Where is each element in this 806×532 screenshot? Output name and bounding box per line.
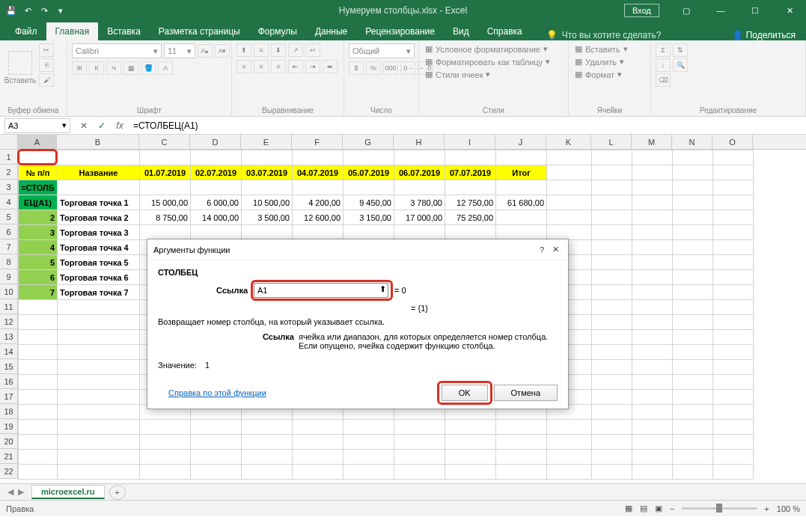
row-header-22[interactable]: 22 [0,464,18,479]
cell[interactable] [58,300,140,315]
align-bottom-icon[interactable]: ⬇ [271,43,286,57]
cell[interactable] [445,465,496,480]
row-header-21[interactable]: 21 [0,449,18,464]
cell[interactable] [496,180,547,195]
cell[interactable]: Торговая точка 4 [58,240,140,255]
minimize-icon[interactable]: — [704,0,737,21]
row-header-13[interactable]: 13 [0,329,18,344]
column-header-L[interactable]: L [591,135,632,149]
row-header-10[interactable]: 10 [0,284,18,299]
cell[interactable] [632,150,673,165]
column-header-J[interactable]: J [495,135,546,149]
row-header-20[interactable]: 20 [0,434,18,449]
cell[interactable] [394,225,445,240]
cell[interactable] [713,375,754,390]
cell[interactable] [632,270,673,285]
align-left-icon[interactable]: ≡ [236,60,251,73]
row-header-3[interactable]: 3 [0,180,18,195]
cell[interactable] [19,390,58,405]
cell[interactable] [58,330,140,345]
cell[interactable] [445,225,496,240]
cell[interactable] [58,405,140,420]
cell[interactable] [445,420,496,435]
cell[interactable] [713,405,754,420]
cell[interactable] [496,435,547,450]
format-painter-icon[interactable]: 🖌 [39,73,54,87]
column-header-N[interactable]: N [672,135,712,149]
cell[interactable] [140,150,191,165]
cell[interactable] [547,420,592,435]
cell[interactable] [592,255,632,270]
clear-icon[interactable]: ⌫ [656,73,671,87]
cut-icon[interactable]: ✂ [39,43,54,57]
cell[interactable] [673,165,713,180]
cell[interactable] [191,180,242,195]
cell[interactable] [592,285,632,300]
cell[interactable] [19,420,58,435]
cell[interactable] [242,465,293,480]
fill-color-icon[interactable]: 🪣 [141,61,156,75]
row-header-17[interactable]: 17 [0,389,18,404]
cell[interactable] [344,465,394,480]
row-header-9[interactable]: 9 [0,269,18,284]
cell[interactable] [140,225,191,240]
border-icon[interactable]: ▦ [123,61,138,75]
cell[interactable] [632,405,673,420]
cell[interactable] [394,180,445,195]
row-header-18[interactable]: 18 [0,404,18,419]
autosum-icon[interactable]: Σ [656,43,671,57]
cell[interactable] [19,150,58,165]
sheet-nav-prev-icon[interactable]: ◀ [7,487,13,497]
cell-styles-button[interactable]: ▦Стили ячеек▾ [424,69,492,80]
cell[interactable] [673,240,713,255]
cell[interactable] [632,225,673,240]
cell[interactable] [673,300,713,315]
find-icon[interactable]: 🔍 [673,58,688,72]
cell[interactable]: 61 680,00 [496,195,547,210]
column-header-K[interactable]: K [546,135,591,149]
zoom-level[interactable]: 100 % [777,504,800,513]
delete-cells-button[interactable]: ▦Удалить▾ [573,56,626,67]
fill-icon[interactable]: ↓ [656,58,671,72]
cell[interactable]: 3 [19,225,58,240]
cell[interactable] [242,435,293,450]
cell[interactable]: Название [58,165,140,180]
cell[interactable] [394,435,445,450]
cell[interactable]: 02.07.2019 [191,165,242,180]
cell[interactable] [547,180,592,195]
cell[interactable] [713,435,754,450]
font-size-combo[interactable]: 11▾ [164,43,195,58]
currency-icon[interactable]: $ [349,61,364,75]
cell[interactable] [58,435,140,450]
row-header-15[interactable]: 15 [0,359,18,374]
tab-insert[interactable]: Вставка [98,22,150,40]
wrap-text-icon[interactable]: ↩ [305,43,320,57]
sheet-nav-next-icon[interactable]: ▶ [18,487,24,497]
cell[interactable] [293,180,344,195]
cell[interactable] [58,465,140,480]
cell[interactable]: Итог [496,165,547,180]
cell[interactable] [344,450,394,465]
cell[interactable]: Торговая точка 6 [58,270,140,285]
cell[interactable] [592,360,632,375]
cell[interactable]: 03.07.2019 [242,165,293,180]
cell[interactable] [293,450,344,465]
cell[interactable]: 07.07.2019 [445,165,496,180]
cell[interactable] [592,420,632,435]
cell[interactable] [673,360,713,375]
row-header-2[interactable]: 2 [0,165,18,180]
cell[interactable] [547,465,592,480]
copy-icon[interactable]: ⎘ [39,58,54,72]
cell[interactable] [673,315,713,330]
cell[interactable]: 15 000,00 [140,195,191,210]
italic-button[interactable]: К [89,61,104,75]
cell[interactable] [673,285,713,300]
cell[interactable] [592,390,632,405]
cell[interactable] [140,450,191,465]
underline-button[interactable]: Ч [106,61,121,75]
cell[interactable] [673,150,713,165]
cell[interactable] [191,420,242,435]
row-header-19[interactable]: 19 [0,419,18,434]
align-top-icon[interactable]: ⬆ [236,43,251,57]
cell[interactable] [673,330,713,345]
